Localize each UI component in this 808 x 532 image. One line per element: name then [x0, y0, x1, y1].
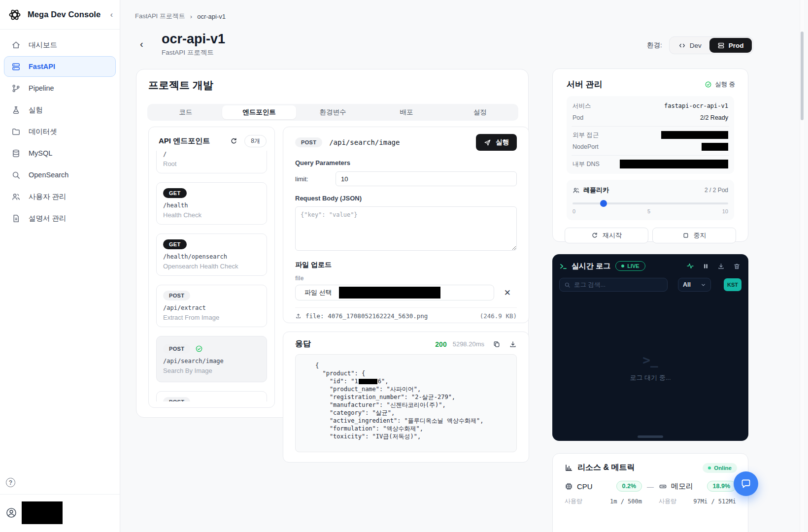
sidebar-item-users[interactable]: 사용자 관리: [4, 186, 116, 207]
memory-metric: 메모리 18.9% 사용량 97Mi / 512Mi: [659, 481, 736, 505]
sidebar-item-fastapi[interactable]: FastAPI: [4, 56, 116, 77]
endpoint-item-search-text[interactable]: POST /api/search/text: [156, 391, 267, 401]
flask-icon: [11, 105, 21, 115]
request-body-textarea[interactable]: [295, 206, 517, 251]
log-filter-select[interactable]: All: [678, 278, 711, 292]
copy-icon[interactable]: [493, 340, 501, 348]
refresh-icon[interactable]: [230, 137, 237, 145]
json-line: "manufacturer": "신젠타코리아(주)",: [315, 401, 508, 409]
memory-usage-value: 97Mi / 512Mi: [693, 498, 736, 505]
replica-label: 레플리카: [583, 186, 609, 195]
sidebar-item-label: 설명서 관리: [29, 214, 67, 223]
terminal-icon: [559, 262, 568, 270]
live-badge: LIVE: [615, 261, 645, 271]
sidebar-collapse-button[interactable]: ‹: [110, 10, 113, 19]
restart-label: 재시작: [603, 231, 622, 240]
scale-max: 10: [722, 208, 728, 214]
sidebar-item-opensearch[interactable]: OpenSearch: [4, 165, 116, 185]
endpoint-detail-panel: POST /api/search/image 실행 Query Paramete…: [283, 127, 529, 323]
database-icon: [11, 149, 21, 158]
scrollbar-thumb[interactable]: [801, 32, 804, 120]
file-input[interactable]: 파일 선택: [295, 285, 494, 300]
pause-icon[interactable]: [703, 263, 709, 270]
endpoint-desc: Root: [163, 160, 260, 167]
clear-file-button[interactable]: ✕: [504, 288, 511, 298]
env-prod-button[interactable]: Prod: [709, 38, 752, 53]
scale-mid: 5: [647, 208, 650, 214]
replica-slider[interactable]: [572, 202, 728, 204]
tab-deploy[interactable]: 배포: [370, 105, 443, 119]
download-icon[interactable]: [509, 340, 517, 348]
sidebar-item-dashboard[interactable]: 대시보드: [4, 34, 116, 55]
panel-title: 프로젝트 개발: [148, 78, 213, 92]
tab-settings[interactable]: 설정: [443, 105, 517, 119]
slider-thumb[interactable]: [600, 200, 607, 207]
download-icon[interactable]: [717, 263, 725, 270]
endpoint-desc: Extract From Image: [163, 314, 260, 321]
endpoint-desc: Opensearch Health Check: [163, 263, 260, 270]
breadcrumb-project[interactable]: FastAPI 프로젝트: [135, 12, 185, 21]
online-badge: Online: [703, 463, 737, 473]
endpoint-item-extract[interactable]: POST /api/extract Extract From Image: [156, 285, 267, 327]
sidebar-item-label: OpenSearch: [29, 171, 68, 179]
server-info-box: 서비스fastapi-ocr-api-v1 Pod2/2 Ready 외부 접근…: [567, 96, 734, 174]
server-panel-title: 서버 관리: [567, 79, 603, 90]
users-icon: [11, 192, 21, 201]
avatar-icon[interactable]: [6, 507, 17, 518]
sidebar-item-experiments[interactable]: 실험: [4, 100, 116, 120]
endpoint-item-health[interactable]: GET /health Health Check: [156, 182, 267, 225]
uploaded-file-size: (246.9 KB): [480, 312, 517, 320]
redacted-dns: [620, 160, 728, 168]
endpoint-path: /api/extract: [163, 304, 260, 311]
sidebar-item-label: 사용자 관리: [29, 192, 67, 201]
redacted-username: [22, 501, 63, 524]
environment-switcher: 환경: Dev Prod: [647, 36, 753, 54]
tab-endpoints[interactable]: 엔드포인트: [222, 105, 296, 119]
breadcrumb-current: ocr-api-v1: [197, 13, 226, 20]
service-label: 서비스: [572, 102, 591, 110]
tab-env-vars[interactable]: 환경변수: [296, 105, 370, 119]
json-line: "formulation": "액상수화제",: [315, 425, 508, 432]
app-title: Mega Dev Console: [28, 10, 101, 19]
endpoint-item-search-image[interactable]: POST /api/search/image Search By Image: [156, 336, 267, 382]
file-select-button[interactable]: 파일 선택: [304, 288, 332, 297]
json-line: "toxicity": "IV급(저독성)",: [315, 432, 508, 440]
log-search-box[interactable]: [559, 278, 668, 292]
limit-input[interactable]: [336, 171, 517, 186]
back-button[interactable]: ‹: [140, 38, 143, 50]
sidebar-item-mysql[interactable]: MySQL: [4, 143, 116, 164]
response-title: 응답: [295, 339, 311, 349]
stop-button[interactable]: 중지: [652, 228, 736, 243]
chat-fab-button[interactable]: [734, 471, 758, 496]
method-badge: POST: [163, 291, 190, 300]
service-value: fastapi-ocr-api-v1: [664, 102, 728, 109]
users-icon: [572, 187, 580, 194]
endpoint-desc: Health Check: [163, 211, 260, 219]
sidebar-item-docs[interactable]: 설명서 관리: [4, 208, 116, 229]
sidebar-item-datasets[interactable]: 데이터셋: [4, 121, 116, 142]
resize-handle[interactable]: [638, 435, 663, 438]
server-icon: [717, 42, 725, 49]
tab-code[interactable]: 코드: [149, 105, 222, 119]
search-icon: [564, 282, 571, 288]
endpoint-item-root[interactable]: / Root: [156, 151, 267, 173]
pod-value: 2/2 Ready: [700, 114, 728, 121]
endpoint-list-panel: API 엔드포인트 8개 / Root GET /health Health C…: [148, 127, 275, 408]
activity-icon[interactable]: [686, 262, 694, 270]
run-button[interactable]: 실행: [476, 134, 517, 151]
restart-button[interactable]: 재시작: [565, 228, 648, 243]
endpoint-list: / Root GET /health Health Check GET /hea…: [156, 151, 267, 401]
endpoint-item-health-opensearch[interactable]: GET /health/opensearch Opensearch Health…: [156, 233, 267, 276]
timezone-button[interactable]: KST: [724, 278, 741, 291]
folder-icon: [11, 127, 21, 136]
memory-label: 메모리: [671, 482, 693, 491]
trash-icon[interactable]: [733, 263, 741, 270]
cpu-label: CPU: [577, 482, 593, 491]
json-line: {: [315, 362, 508, 369]
help-icon[interactable]: ?: [6, 478, 15, 487]
log-search-input[interactable]: [574, 281, 663, 288]
file-field-label: file: [295, 275, 517, 282]
environment-label: 환경:: [647, 41, 662, 50]
env-dev-button[interactable]: Dev: [671, 38, 709, 53]
sidebar-item-pipeline[interactable]: Pipeline: [4, 78, 116, 99]
